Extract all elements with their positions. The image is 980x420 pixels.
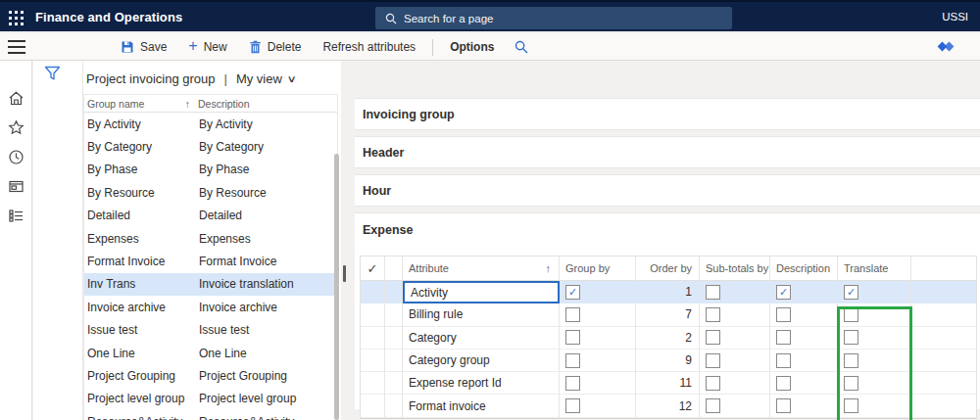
filter-funnel-icon[interactable] (44, 66, 61, 85)
description-cell[interactable]: By Phase (198, 163, 337, 176)
description-cell[interactable]: By Category (198, 140, 337, 154)
sub-totals-by-checkbox[interactable] (706, 398, 720, 413)
description-cell[interactable]: Invoice archive (198, 301, 337, 314)
expense-row[interactable]: Category2 (361, 327, 976, 350)
row-selector-cell[interactable] (385, 350, 403, 372)
attribute-cell[interactable]: Activity (403, 281, 560, 303)
expense-row[interactable]: Format invoice12 (361, 395, 976, 417)
translate-checkbox[interactable] (844, 376, 858, 391)
group-name-cell[interactable]: Detailed (84, 209, 198, 222)
order-by-cell[interactable]: 1 (636, 281, 700, 303)
options-button[interactable]: Options (439, 33, 505, 61)
column-header-translate[interactable]: Translate (838, 257, 911, 281)
description-checkbox[interactable] (776, 398, 791, 413)
column-header-attribute[interactable]: Attribute ↑ (403, 257, 560, 281)
group-by-checkbox[interactable] (565, 330, 580, 345)
hamburger-menu-icon[interactable] (8, 40, 25, 54)
order-by-cell[interactable]: 7 (636, 303, 700, 326)
command-search-button[interactable] (505, 33, 538, 61)
description-checkbox[interactable] (776, 376, 791, 391)
description-checkbox[interactable] (776, 307, 791, 322)
group-name-cell[interactable]: Resource&Activity (84, 415, 198, 420)
group-by-checkbox[interactable] (565, 307, 580, 322)
list-item[interactable]: DetailedDetailed (84, 205, 337, 227)
sub-totals-by-checkbox[interactable] (706, 330, 720, 345)
description-cell[interactable]: Resource&Activity (198, 415, 337, 420)
column-header-group-name[interactable]: Group name ↑ (84, 98, 198, 110)
column-header-group-by[interactable]: Group by (560, 257, 636, 281)
translate-checkbox[interactable] (844, 398, 858, 413)
recent-clock-icon[interactable] (8, 149, 24, 165)
favorites-star-icon[interactable] (8, 119, 24, 136)
expense-row[interactable]: Billing rule7 (361, 303, 976, 326)
row-mark-cell[interactable] (361, 350, 385, 372)
group-by-checkbox[interactable] (565, 353, 580, 368)
description-cell[interactable]: Invoice translation (198, 277, 337, 291)
order-by-cell[interactable]: 2 (636, 327, 700, 350)
expense-row[interactable]: Expense report Id11 (361, 372, 976, 395)
order-by-cell[interactable]: 9 (636, 350, 700, 372)
new-button[interactable]: + New (177, 33, 237, 61)
list-item[interactable]: By ResourceBy Resource (84, 181, 337, 204)
description-checkbox[interactable] (776, 330, 791, 345)
modules-icon[interactable] (8, 208, 24, 224)
group-name-cell[interactable]: Project Grouping (84, 369, 198, 383)
view-selector[interactable]: My view ∨ (236, 71, 295, 86)
row-selector-cell[interactable] (385, 281, 403, 303)
waffle-icon[interactable] (9, 11, 24, 25)
description-cell[interactable]: Project Grouping (198, 369, 337, 383)
list-item[interactable]: By CategoryBy Category (84, 135, 337, 158)
description-cell[interactable]: Expenses (198, 232, 337, 246)
attribute-cell[interactable]: Category (403, 327, 560, 350)
group-name-cell[interactable]: By Activity (84, 117, 198, 131)
group-name-cell[interactable]: By Category (84, 140, 198, 154)
list-item[interactable]: Format InvoiceFormat Invoice (84, 250, 337, 272)
translate-checkbox[interactable] (844, 353, 858, 368)
group-name-cell[interactable]: Invoice archive (84, 301, 198, 314)
refresh-attributes-button[interactable]: Refresh attributes (312, 33, 426, 61)
row-mark-cell[interactable] (361, 303, 385, 326)
section-hour[interactable]: Hour (355, 174, 980, 207)
list-item[interactable]: By ActivityBy Activity (84, 113, 337, 135)
list-item[interactable]: Issue testIssue test (84, 319, 337, 342)
home-icon[interactable] (8, 90, 24, 107)
list-item[interactable]: One LineOne Line (84, 342, 337, 364)
page-search-box[interactable]: Search for a page (375, 7, 732, 29)
group-name-cell[interactable]: One Line (84, 347, 198, 360)
list-scrollbar[interactable] (334, 154, 339, 420)
double-diamond-icon[interactable] (937, 41, 956, 53)
row-selector-cell[interactable] (385, 372, 403, 395)
column-header-order-by[interactable]: Order by (636, 257, 700, 281)
description-cell[interactable]: Format Invoice (198, 255, 337, 268)
group-by-checkbox[interactable] (565, 376, 580, 391)
group-name-cell[interactable]: Issue test (84, 323, 198, 337)
description-cell[interactable]: Project level group (198, 392, 337, 405)
row-mark-cell[interactable] (361, 327, 385, 350)
group-name-cell[interactable]: By Phase (84, 163, 198, 176)
group-name-cell[interactable]: Expenses (84, 232, 198, 246)
group-by-checkbox[interactable] (565, 398, 580, 413)
group-name-cell[interactable]: Format Invoice (84, 255, 198, 268)
order-by-cell[interactable]: 12 (636, 395, 700, 417)
attribute-cell[interactable]: Category group (403, 350, 560, 372)
row-selector-cell[interactable] (385, 327, 403, 350)
description-cell[interactable]: By Resource (198, 186, 337, 200)
section-invoicing-group[interactable]: Invoicing group (355, 98, 980, 130)
list-item[interactable]: By PhaseBy Phase (84, 159, 337, 181)
description-checkbox[interactable] (776, 353, 791, 368)
column-header-sub-totals-by[interactable]: Sub-totals by (700, 257, 770, 281)
attribute-cell[interactable]: Billing rule (403, 303, 560, 326)
row-mark-cell[interactable] (361, 395, 385, 417)
row-mark-cell[interactable] (361, 372, 385, 395)
sub-totals-by-checkbox[interactable] (706, 376, 720, 391)
expense-row[interactable]: Activity✓1✓✓ (361, 281, 976, 303)
description-cell[interactable]: By Activity (198, 117, 337, 131)
translate-checkbox[interactable] (844, 330, 858, 345)
sub-totals-by-checkbox[interactable] (706, 307, 720, 322)
group-by-checkbox[interactable]: ✓ (565, 285, 580, 300)
group-name-cell[interactable]: Project level group (84, 392, 198, 405)
row-selector-cell[interactable] (385, 303, 403, 326)
save-button[interactable]: Save (110, 33, 177, 61)
description-cell[interactable]: Issue test (198, 323, 337, 337)
translate-checkbox[interactable]: ✓ (844, 285, 858, 300)
